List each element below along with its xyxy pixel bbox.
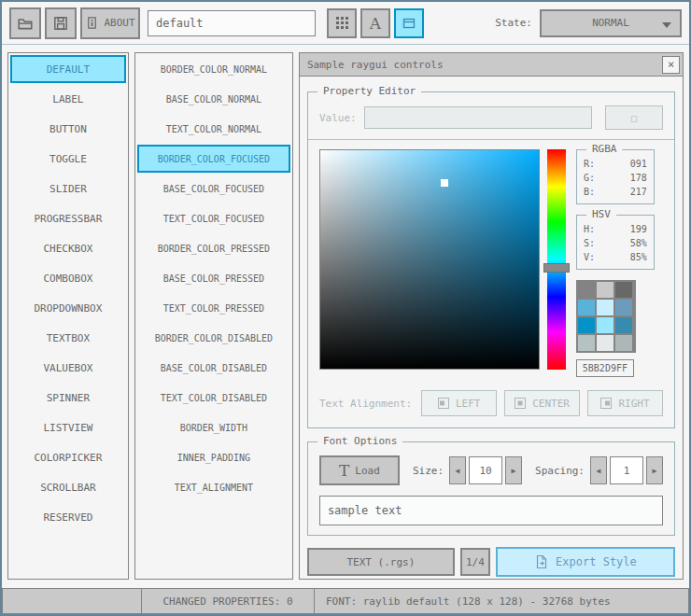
close-button[interactable]: ×	[662, 56, 680, 74]
changed-properties-text: CHANGED PROPERTIES: 0	[162, 595, 292, 608]
hue-slider-handle[interactable]	[543, 263, 570, 273]
properties-list-item[interactable]: TEXT_COLOR_DISABLED	[137, 384, 290, 412]
align-right-button[interactable]: RIGHT	[587, 390, 663, 416]
properties-list-item[interactable]: BASE_COLOR_PRESSED	[137, 264, 290, 292]
font-size-value[interactable]: 10	[469, 456, 502, 484]
style-grid-view-button[interactable]	[327, 8, 357, 38]
color-picker-panel[interactable]	[319, 149, 540, 370]
controls-list-item[interactable]: SCROLLBAR	[10, 473, 126, 501]
controls-list-item[interactable]: SPINNER	[10, 384, 126, 412]
property-editor-group-label: Property Editor	[317, 86, 421, 97]
text-alignment-row: Text Alignment: LEFT CENTER RIGHT	[308, 386, 674, 427]
controls-list-item[interactable]: COLORPICKER	[10, 443, 126, 471]
state-dropdown[interactable]: NORMAL	[540, 9, 682, 37]
open-file-button[interactable]	[9, 7, 41, 39]
v-value-row: V: 85%	[584, 252, 647, 262]
arrow-left-icon: ◀	[597, 467, 601, 475]
size-increment-button[interactable]: ▶	[505, 456, 522, 484]
font-atlas-view-button[interactable]: A	[360, 8, 390, 38]
properties-list-item[interactable]: TEXT_ALIGNMENT	[137, 473, 290, 501]
align-right-icon	[600, 398, 612, 409]
properties-list-item[interactable]: BORDER_COLOR_PRESSED	[137, 234, 290, 262]
sample-text-input[interactable]: sample text	[319, 496, 663, 525]
color-swatch	[615, 282, 632, 298]
font-info-text: FONT: raylib default (128 x 128) - 32768…	[326, 595, 611, 608]
align-center-button-label: CENTER	[532, 398, 570, 410]
property-editor-group: Property Editor Value: □	[307, 91, 675, 428]
properties-list-item[interactable]: TEXT_COLOR_PRESSED	[137, 294, 290, 322]
g-value-row: G: 178	[584, 173, 647, 183]
properties-list-item[interactable]: BORDER_COLOR_NORMAL	[137, 55, 290, 83]
text-alignment-label: Text Alignment:	[319, 398, 412, 410]
v-value: 85%	[630, 252, 647, 262]
hex-color-input[interactable]: 5BB2D9FF	[576, 359, 634, 377]
load-font-button[interactable]: T Load	[319, 455, 400, 485]
font-info-status: FONT: raylib default (128 x 128) - 32768…	[314, 588, 689, 614]
h-value-row: H: 199	[584, 224, 647, 234]
controls-list-item[interactable]: DEFAULT	[10, 55, 126, 83]
controls-list-item[interactable]: CHECKBOX	[10, 234, 126, 262]
color-picker-row: RGBA R: 091 G: 178 B:	[308, 140, 674, 386]
color-swatch	[597, 335, 613, 351]
properties-list-item[interactable]: BASE_COLOR_DISABLED	[137, 354, 290, 382]
main-area: DEFAULT LABEL BUTTON TOGGLE SLIDER PROGR…	[2, 45, 689, 587]
export-format-button-label: TEXT (.rgs)	[346, 556, 415, 568]
folder-open-icon	[17, 15, 34, 32]
font-options-group-label: Font Options	[317, 436, 402, 447]
font-size-spinner: ◀ 10 ▶	[449, 456, 522, 484]
controls-list-item[interactable]: LABEL	[10, 85, 126, 113]
size-decrement-button[interactable]: ◀	[449, 456, 466, 484]
close-icon: ×	[668, 58, 674, 71]
font-spacing-value[interactable]: 1	[610, 456, 643, 484]
properties-list-item[interactable]: BASE_COLOR_NORMAL	[137, 85, 290, 113]
spacing-increment-button[interactable]: ▶	[646, 456, 663, 484]
controls-list-item[interactable]: BUTTON	[10, 115, 126, 143]
controls-list-item[interactable]: PROGRESSBAR	[10, 204, 126, 232]
controls-list-item[interactable]: TEXTBOX	[10, 324, 126, 352]
hue-bar[interactable]	[547, 149, 566, 370]
export-style-button[interactable]: Export Style	[496, 547, 675, 577]
window-icon	[402, 16, 416, 31]
controls-list-item[interactable]: COMBOBOX	[10, 264, 126, 292]
serif-T-icon: T	[339, 463, 349, 479]
color-swatch	[615, 317, 632, 333]
controls-list-item[interactable]: VALUEBOX	[10, 354, 126, 382]
align-left-button[interactable]: LEFT	[421, 390, 497, 416]
font-row: T Load Size: ◀ 10 ▶	[319, 455, 663, 485]
hex-color-value: 5BB2D9FF	[583, 363, 628, 373]
color-swatch	[578, 335, 595, 351]
s-value: 58%	[630, 238, 647, 248]
controls-list-item[interactable]: DROPDOWNBOX	[10, 294, 126, 322]
properties-list-item[interactable]: TEXT_COLOR_NORMAL	[137, 115, 290, 143]
controls-list-item[interactable]: SLIDER	[10, 175, 126, 203]
save-file-button[interactable]	[45, 7, 77, 39]
about-button[interactable]: ABOUT	[80, 7, 140, 39]
properties-list-item[interactable]: BORDER_COLOR_DISABLED	[137, 324, 290, 352]
align-left-icon	[438, 398, 449, 409]
style-name-input[interactable]	[148, 10, 316, 36]
value-input[interactable]	[364, 106, 592, 129]
controls-list-item[interactable]: TOGGLE	[10, 145, 126, 173]
spacing-decrement-button[interactable]: ◀	[590, 456, 607, 484]
export-file-icon	[534, 554, 548, 569]
color-swatch	[597, 300, 613, 315]
arrow-right-icon: ▶	[512, 467, 516, 475]
controls-list-item[interactable]: LISTVIEW	[10, 413, 126, 441]
properties-list-item[interactable]: TEXT_COLOR_FOCUSED	[137, 204, 290, 232]
align-center-button[interactable]: CENTER	[504, 390, 580, 416]
state-label: State:	[495, 17, 532, 29]
hsv-group-label: HSV	[586, 209, 616, 220]
floppy-disk-icon	[52, 15, 69, 32]
properties-list-item[interactable]: BORDER_COLOR_FOCUSED	[137, 145, 290, 173]
controls-list-item[interactable]: RESERVED	[10, 503, 126, 531]
sample-window-content: Property Editor Value: □	[300, 77, 683, 584]
export-format-button[interactable]: TEXT (.rgs)	[307, 548, 455, 576]
properties-list-item[interactable]: BASE_COLOR_FOCUSED	[137, 175, 290, 203]
properties-list-item[interactable]: BORDER_WIDTH	[137, 413, 290, 441]
color-picker-marker[interactable]	[441, 179, 448, 187]
sample-window-title: Sample raygui controls	[307, 59, 662, 71]
controls-view-button[interactable]	[394, 8, 424, 38]
value-edit-button[interactable]: □	[605, 105, 663, 130]
properties-list-item[interactable]: INNER_PADDING	[137, 443, 290, 471]
format-count-button[interactable]: 1/4	[460, 548, 490, 576]
